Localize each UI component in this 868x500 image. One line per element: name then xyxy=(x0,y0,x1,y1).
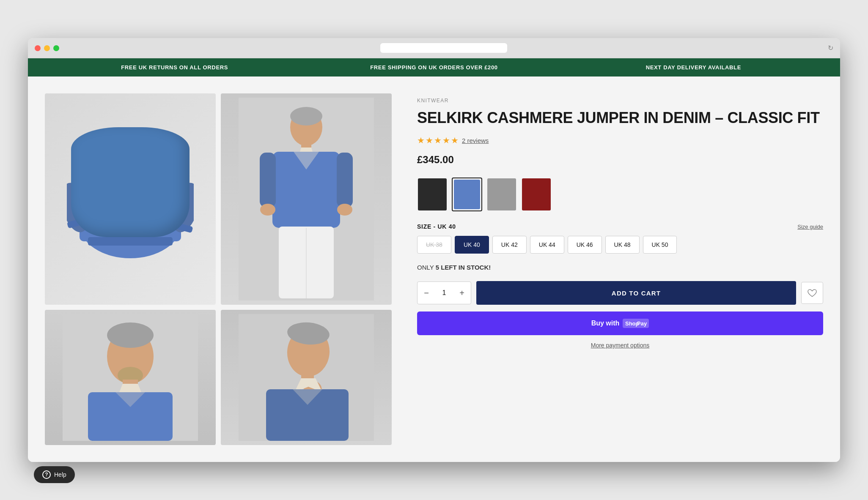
shop-pay-button[interactable]: Buy with Shop Pay xyxy=(417,311,823,335)
model-close-svg xyxy=(63,314,198,441)
shop-pay-label: Buy with xyxy=(591,320,620,327)
promo-banner: FREE UK RETURNS ON ALL ORDERS FREE SHIPP… xyxy=(28,58,840,77)
stock-count: 5 xyxy=(436,264,439,271)
swatch-black[interactable] xyxy=(417,178,448,211)
star-1: ★ xyxy=(417,135,425,145)
page-content: KNITWEAR SELKIRK CASHMERE JUMPER IN DENI… xyxy=(28,77,840,462)
shop-pay-logo: Shop Pay xyxy=(623,319,649,328)
color-swatches xyxy=(417,178,823,211)
swatch-blue[interactable] xyxy=(452,178,482,211)
help-label: Help xyxy=(54,471,66,478)
quantity-control: − 1 + xyxy=(417,281,471,304)
refresh-icon[interactable]: ↻ xyxy=(828,44,833,52)
star-rating: ★ ★ ★ ★ ★ xyxy=(417,135,459,145)
url-bar: alanpaine.co.uk xyxy=(66,43,821,53)
swatch-blue-inner xyxy=(454,180,480,209)
star-3: ★ xyxy=(434,135,442,145)
swatch-grey[interactable] xyxy=(486,178,517,211)
svg-rect-17 xyxy=(260,153,276,208)
browser-window: alanpaine.co.uk ↻ FREE UK RETURNS ON ALL… xyxy=(28,38,840,462)
sweater-svg xyxy=(67,140,194,258)
size-buttons: UK 38 UK 40 UK 42 UK 44 UK 46 UK 48 UK 5… xyxy=(417,236,823,254)
svg-rect-1 xyxy=(80,191,181,241)
reviews-link[interactable]: 2 reviews xyxy=(462,137,489,144)
swatch-red[interactable] xyxy=(521,178,552,211)
size-uk46[interactable]: UK 46 xyxy=(568,236,602,254)
size-uk48[interactable]: UK 48 xyxy=(605,236,640,254)
svg-marker-5 xyxy=(118,186,143,208)
product-image-grid xyxy=(45,93,392,445)
svg-point-19 xyxy=(260,204,275,216)
size-uk50[interactable]: UK 50 xyxy=(643,236,677,254)
size-label: SIZE - UK 40 xyxy=(417,223,456,230)
quantity-increase[interactable]: + xyxy=(453,282,471,304)
quantity-decrease[interactable]: − xyxy=(418,282,435,304)
svg-rect-4 xyxy=(88,186,173,246)
svg-rect-18 xyxy=(337,153,353,208)
product-image-model-close[interactable] xyxy=(45,310,216,445)
minimize-button[interactable] xyxy=(44,45,50,51)
add-to-cart-button[interactable]: ADD TO CART xyxy=(476,281,796,305)
product-image-model-full[interactable] xyxy=(221,93,392,305)
swatch-black-inner xyxy=(418,178,447,210)
star-5: ★ xyxy=(451,135,459,145)
svg-point-12 xyxy=(290,107,322,126)
product-detail: KNITWEAR SELKIRK CASHMERE JUMPER IN DENI… xyxy=(417,93,823,445)
size-guide-link[interactable]: Size guide xyxy=(797,224,823,230)
wishlist-button[interactable] xyxy=(801,282,823,304)
size-uk44[interactable]: UK 44 xyxy=(530,236,564,254)
close-button[interactable] xyxy=(35,45,41,51)
reviews-row: ★ ★ ★ ★ ★ 2 reviews xyxy=(417,135,823,145)
banner-item-shipping: FREE SHIPPING ON UK ORDERS OVER £200 xyxy=(304,64,563,71)
stock-notice-suffix: LEFT IN STOCK! xyxy=(439,264,491,271)
model-svg xyxy=(239,98,374,301)
svg-point-25 xyxy=(107,322,154,348)
help-icon: ? xyxy=(42,470,51,479)
size-header: SIZE - UK 40 Size guide xyxy=(417,223,823,230)
product-image-model-gesture[interactable] xyxy=(221,310,392,445)
browser-traffic-lights xyxy=(35,45,59,51)
product-title: SELKIRK CASHMERE JUMPER IN DENIM – CLASS… xyxy=(417,109,823,127)
browser-titlebar: alanpaine.co.uk ↻ xyxy=(28,38,840,58)
swatch-red-inner xyxy=(522,178,551,210)
stock-notice: ONLY 5 LEFT IN STOCK! xyxy=(417,264,823,271)
model-gesture-svg xyxy=(239,314,374,441)
svg-rect-7 xyxy=(88,237,173,246)
product-price: £345.00 xyxy=(417,154,823,166)
svg-point-20 xyxy=(337,204,352,216)
product-category: KNITWEAR xyxy=(417,98,823,104)
size-uk40[interactable]: UK 40 xyxy=(455,236,489,254)
product-image-flat[interactable] xyxy=(45,93,216,305)
more-payment-options[interactable]: More payment options xyxy=(417,342,823,349)
size-uk42[interactable]: UK 42 xyxy=(492,236,527,254)
svg-text:Pay: Pay xyxy=(637,320,647,327)
star-4: ★ xyxy=(442,135,450,145)
url-input[interactable]: alanpaine.co.uk xyxy=(380,43,507,53)
star-2: ★ xyxy=(426,135,433,145)
heart-icon xyxy=(808,289,817,297)
maximize-button[interactable] xyxy=(53,45,59,51)
banner-item-delivery: NEXT DAY DELIVERY AVAILABLE xyxy=(564,64,823,71)
help-bubble[interactable]: ? Help xyxy=(34,466,75,483)
stock-notice-prefix: ONLY xyxy=(417,264,436,271)
swatch-grey-inner xyxy=(487,178,516,210)
banner-item-returns: FREE UK RETURNS ON ALL ORDERS xyxy=(45,64,304,71)
quantity-value: 1 xyxy=(435,289,453,297)
size-uk38[interactable]: UK 38 xyxy=(417,236,451,254)
add-to-cart-row: − 1 + ADD TO CART xyxy=(417,281,823,305)
svg-point-0 xyxy=(80,191,181,258)
svg-point-6 xyxy=(125,181,134,190)
